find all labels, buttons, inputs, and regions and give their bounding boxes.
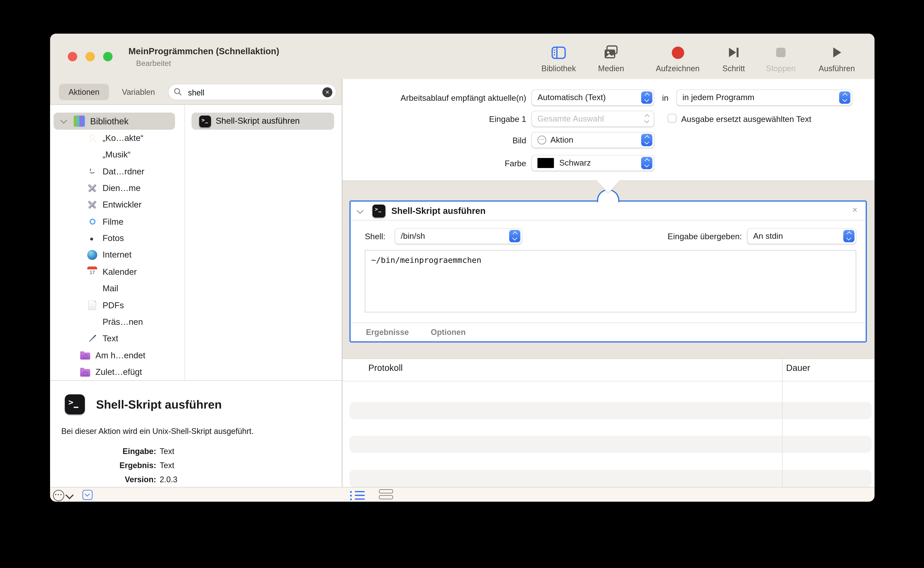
step-icon — [707, 41, 760, 64]
receive-dropdown[interactable]: Automatisch (Text) — [531, 89, 654, 105]
toolbar-button-bibliothek[interactable]: Bibliothek — [532, 41, 585, 73]
field-value: Text — [160, 461, 174, 470]
sidebar-item-filme[interactable]: Filme — [50, 213, 184, 230]
field-value: Text — [160, 447, 174, 456]
shell-label: Shell: — [365, 232, 386, 241]
sidebar-item-internet[interactable]: Internet — [50, 246, 184, 263]
search-input[interactable] — [187, 84, 319, 101]
divider — [351, 220, 866, 221]
sidebar-item-kontakte[interactable]: „Ko…akte“ — [50, 130, 184, 146]
library-pane: Bibliothek „Ko…akte“ „Musik“ Dat…rdner D… — [50, 105, 342, 381]
close-action-icon[interactable]: × — [852, 205, 858, 215]
sidebar-panel-icon — [532, 41, 585, 64]
record-icon — [671, 46, 684, 59]
dropdown-box-icon[interactable] — [83, 490, 92, 500]
replace-text-label: Ausgabe ersetzt ausgewählten Text — [681, 115, 811, 124]
screen: MeinProgrämmchen (Schnellaktion) Bearbei… — [0, 0, 924, 568]
search-field[interactable]: × — [168, 84, 336, 100]
stop-icon — [776, 48, 785, 57]
image-dropdown[interactable]: Aktion — [531, 132, 654, 148]
internet-icon — [87, 249, 97, 260]
pass-input-dropdown[interactable]: An stdin — [747, 228, 856, 244]
action-title: Shell-Skript ausführen — [391, 206, 485, 216]
sidebar-item-fotos[interactable]: Fotos — [50, 230, 184, 246]
shell-dropdown[interactable]: /bin/sh — [395, 228, 522, 244]
minimize-window-button[interactable] — [86, 52, 95, 61]
input1-dropdown: Gesamte Auswahl — [531, 110, 654, 126]
variables-view-icon[interactable] — [379, 489, 393, 500]
more-options-icon[interactable] — [53, 489, 64, 501]
toolbar-button-aufzeichnen[interactable]: Aufzeichnen — [651, 41, 704, 73]
shell-script-action-block[interactable]: Shell-Skript ausführen × Shell: /bin/sh … — [350, 201, 867, 343]
action-glyph-icon — [537, 135, 546, 144]
sidebar-item-text[interactable]: Text — [50, 330, 184, 347]
action-description-panel: Shell-Skript ausführen Bei dieser Aktion… — [50, 380, 342, 487]
column-divider — [782, 359, 783, 488]
workflow-settings-panel: Arbeitsablauf empfängt aktuelle(n) Autom… — [342, 79, 874, 181]
toolbar-button-schritt[interactable]: Schritt — [707, 41, 760, 73]
color-label: Farbe — [356, 159, 526, 168]
terminal-icon — [65, 394, 85, 414]
field-label: Ergebnis: — [86, 461, 156, 470]
tab-variablen[interactable]: Variablen — [114, 84, 163, 100]
action-result-shell-skript[interactable]: Shell-Skript ausführen — [191, 113, 334, 130]
connection-notch — [595, 180, 621, 195]
results-button[interactable]: Ergebnisse — [366, 328, 409, 337]
close-window-button[interactable] — [68, 52, 77, 61]
tab-aktionen[interactable]: Aktionen — [59, 84, 109, 100]
sidebar-item-dateiordner[interactable]: Dat…rdner — [50, 163, 184, 180]
color-swatch — [537, 158, 554, 168]
sidebar-item-entwickler[interactable]: Entwickler — [50, 196, 184, 213]
library-icon — [74, 116, 85, 127]
receive-label: Arbeitsablauf empfängt aktuelle(n) — [356, 93, 526, 103]
toolbar-button-medien[interactable]: Medien — [585, 41, 638, 73]
sidebar-item-mail[interactable]: Mail — [50, 280, 184, 296]
chevron-down-icon[interactable] — [65, 491, 74, 499]
divider — [351, 322, 866, 323]
stepper-icon — [641, 91, 653, 103]
input1-label: Eingabe 1 — [356, 115, 526, 124]
script-editor[interactable]: ~/bin/meinprograemmchen — [365, 250, 856, 313]
field-value: 2.0.3 — [160, 475, 178, 484]
sidebar-item-am-haeufigsten-verwendet[interactable]: Am h…endet — [50, 347, 184, 363]
field-label: Version: — [86, 475, 156, 484]
sidebar-item-bibliothek[interactable]: Bibliothek — [54, 113, 175, 130]
status-bar — [50, 487, 874, 502]
divider — [342, 381, 874, 381]
stepper-icon — [509, 230, 520, 242]
media-browser-icon — [585, 41, 638, 64]
sidebar-item-dienstprogramme[interactable]: Dien…me — [50, 180, 184, 196]
sidebar-item-pdfs[interactable]: PDFs — [50, 297, 184, 313]
log-column-protokoll[interactable]: Protokoll — [368, 363, 403, 372]
description-body: Bei dieser Aktion wird ein Unix-Shell-Sk… — [61, 427, 254, 436]
description-title: Shell-Skript ausführen — [96, 398, 222, 411]
log-panel: Protokoll Dauer — [342, 358, 874, 487]
sidebar-item-musik[interactable]: „Musik“ — [50, 146, 184, 163]
in-label: in — [658, 93, 672, 103]
toolbar-button-ausfuehren[interactable]: Ausführen — [810, 41, 864, 73]
image-label: Bild — [356, 136, 526, 145]
stepper-icon — [641, 134, 653, 146]
pass-input-label: Eingabe übergeben: — [660, 232, 742, 241]
options-button[interactable]: Optionen — [431, 328, 466, 337]
stepper-icon — [843, 230, 855, 242]
zoom-window-button[interactable] — [103, 52, 113, 61]
field-label: Eingabe: — [86, 447, 156, 456]
color-dropdown[interactable]: Schwarz — [531, 155, 654, 171]
in-application-dropdown[interactable]: in jedem Programm — [677, 89, 852, 105]
replace-text-checkbox[interactable] — [668, 114, 677, 122]
log-list-view-icon[interactable] — [350, 490, 365, 500]
log-row-stripe — [350, 436, 871, 453]
terminal-icon — [372, 204, 386, 217]
sidebar-item-kalender[interactable]: Kalender — [50, 263, 184, 280]
disclosure-chevron-down-icon[interactable] — [60, 117, 67, 124]
log-column-dauer[interactable]: Dauer — [786, 363, 810, 372]
script-text: ~/bin/meinprograemmchen — [371, 255, 481, 265]
log-row-stripe — [350, 402, 871, 419]
clear-search-icon[interactable]: × — [322, 87, 332, 97]
stepper-icon — [839, 91, 850, 103]
sidebar-item-praesentationen[interactable]: Präs…nen — [50, 314, 184, 330]
window-title: MeinProgrämmchen (Schnellaktion) — [128, 46, 279, 56]
collapse-chevron-icon[interactable] — [357, 207, 363, 214]
sidebar-item-zuletzt-hinzugefuegt[interactable]: Zulet…efügt — [50, 364, 184, 381]
